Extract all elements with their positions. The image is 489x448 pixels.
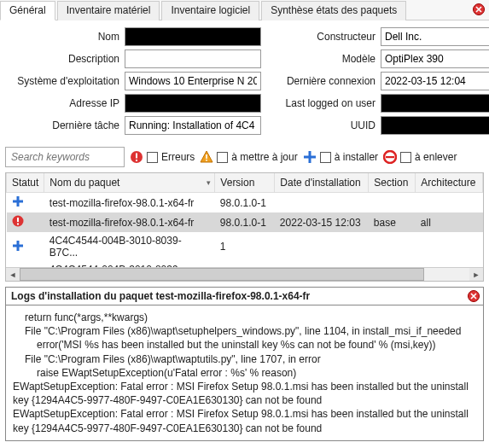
log-line: EWaptSetupException: Fatal error : MSI F… — [13, 380, 476, 407]
tab-hardware-inventory[interactable]: Inventaire matériel — [57, 1, 160, 20]
filter-upgrade[interactable]: à mettre à jour — [200, 150, 297, 164]
cell-section: base — [369, 212, 416, 232]
checkbox-remove[interactable] — [400, 152, 411, 163]
cell-section — [369, 193, 416, 213]
log-line: raise EWaptSetupException(u'Fatal error … — [13, 366, 476, 380]
log-body[interactable]: return func(*args,**kwargs)File "C:\Prog… — [6, 305, 483, 440]
field-os[interactable] — [125, 72, 261, 90]
table-row[interactable]: 4C4C4544-004B-3010-8039-B7C...1 — [7, 232, 483, 261]
log-line: return func(*args,**kwargs) — [13, 311, 476, 324]
tab-package-status[interactable]: Synthèse états des paquets — [261, 1, 406, 20]
label-uuid: UUID — [270, 119, 381, 131]
col-version[interactable]: Version — [215, 173, 275, 193]
tab-bar: Général Inventaire matériel Inventaire l… — [0, 0, 489, 20]
cell-version: 1 — [215, 232, 275, 261]
cell-arch — [416, 193, 483, 213]
field-nom[interactable] — [125, 27, 261, 46]
checkbox-errors[interactable] — [147, 152, 158, 163]
log-line: File "C:\Program Files (x86)\wapt\waptut… — [13, 352, 476, 366]
label-nom: Nom — [5, 31, 125, 43]
forbidden-icon — [383, 150, 397, 164]
svg-rect-9 — [386, 156, 394, 158]
field-derniere-tache[interactable] — [125, 116, 261, 135]
svg-rect-3 — [136, 160, 137, 161]
field-uuid[interactable] — [381, 116, 489, 135]
field-description[interactable] — [125, 49, 261, 68]
label-description: Description — [5, 53, 125, 65]
cell-status — [7, 232, 44, 261]
log-close-button[interactable] — [468, 290, 480, 302]
log-line: File "C:\Program Files (x86)\wapt\setuph… — [13, 324, 476, 338]
table-row[interactable]: test-mozilla-firefox-98.0.1-x64-fr98.0.1… — [7, 212, 483, 232]
log-panel: Logs d'installation du paquet test-mozil… — [5, 287, 484, 441]
filter-upgrade-label: à mettre à jour — [231, 151, 297, 163]
cell-status — [7, 212, 44, 232]
svg-rect-4 — [207, 154, 208, 159]
tab-software-inventory[interactable]: Inventaire logiciel — [161, 1, 259, 20]
col-arch[interactable]: Architecture — [416, 173, 483, 193]
checkbox-install[interactable] — [320, 152, 331, 163]
col-name[interactable]: Nom du paquet▾ — [44, 173, 215, 193]
field-ip[interactable] — [125, 94, 261, 113]
label-derniere-tache: Dernière tâche — [5, 119, 125, 131]
filter-errors-label: Erreurs — [161, 151, 195, 163]
filter-bar: Erreurs à mettre à jour à installer à en… — [0, 143, 489, 171]
svg-rect-7 — [304, 156, 316, 159]
filter-install[interactable]: à installer — [303, 150, 378, 164]
cell-date: 2022-03-15 12:03 — [275, 212, 369, 232]
cell-arch: all — [416, 212, 483, 232]
horizontal-scrollbar[interactable]: ◄ ► — [6, 267, 483, 281]
col-section[interactable]: Section — [369, 173, 416, 193]
cell-name: test-mozilla-firefox-98.0.1-x64-fr — [44, 212, 215, 232]
col-date[interactable]: Date d'installation — [275, 173, 369, 193]
label-last-logged-user: Last logged on user — [270, 97, 381, 109]
tab-general[interactable]: Général — [0, 1, 55, 20]
label-modele: Modèle — [270, 53, 381, 65]
cell-date — [275, 193, 369, 213]
field-constructeur[interactable] — [381, 27, 489, 46]
cell-version: 98.0.1.0-1 — [215, 193, 275, 213]
svg-rect-13 — [17, 218, 19, 222]
cell-name: test-mozilla-firefox-98.0.1-x64-fr — [44, 193, 215, 213]
scroll-left-icon[interactable]: ◄ — [6, 268, 20, 282]
field-modele[interactable] — [381, 49, 489, 68]
scroll-thumb[interactable] — [20, 268, 424, 281]
checkbox-upgrade[interactable] — [217, 152, 228, 163]
scroll-right-icon[interactable]: ► — [469, 268, 483, 282]
cell-name: 4C4C4544-004B-3010-8039-B7C... — [44, 232, 215, 261]
filter-remove-label: à enlever — [415, 151, 457, 163]
cell-version: 98.0.1.0-1 — [215, 212, 275, 232]
close-panel-button[interactable] — [472, 3, 486, 16]
cell-section — [369, 232, 416, 261]
filter-errors[interactable]: Erreurs — [130, 150, 195, 164]
sort-indicator-icon: ▾ — [207, 178, 211, 187]
log-title: Logs d'installation du paquet test-mozil… — [11, 290, 310, 302]
cell-status — [7, 193, 44, 213]
error-icon — [130, 150, 143, 164]
cell-date — [275, 232, 369, 261]
field-last-logged-user[interactable] — [381, 94, 489, 113]
filter-install-label: à installer — [335, 151, 378, 163]
search-input[interactable] — [5, 147, 125, 167]
svg-rect-11 — [13, 201, 23, 203]
log-line: EWaptSetupException: Fatal error : MSI F… — [13, 407, 476, 434]
packages-table: Statut Nom du paquet▾ Version Date d'ins… — [5, 172, 484, 282]
label-constructeur: Constructeur — [270, 31, 381, 43]
filter-remove[interactable]: à enlever — [383, 150, 457, 164]
cell-arch — [416, 232, 483, 261]
svg-rect-2 — [136, 154, 137, 159]
close-icon — [468, 290, 480, 302]
log-line: error('MSI %s has been installed but the… — [13, 338, 476, 352]
svg-rect-16 — [13, 244, 23, 247]
label-derniere-connexion: Dernière connexion — [270, 75, 381, 87]
plus-icon — [303, 150, 317, 164]
field-derniere-connexion[interactable] — [381, 72, 489, 90]
svg-rect-5 — [207, 160, 208, 161]
label-ip: Adresse IP — [5, 97, 125, 109]
details-form: Nom Constructeur Description Modèle Syst… — [0, 20, 489, 143]
close-icon — [473, 3, 485, 15]
table-row[interactable]: test-mozilla-firefox-98.0.1-x64-fr98.0.1… — [7, 193, 483, 213]
warning-icon — [200, 150, 213, 164]
col-status[interactable]: Statut — [7, 173, 44, 193]
svg-rect-14 — [17, 224, 19, 225]
